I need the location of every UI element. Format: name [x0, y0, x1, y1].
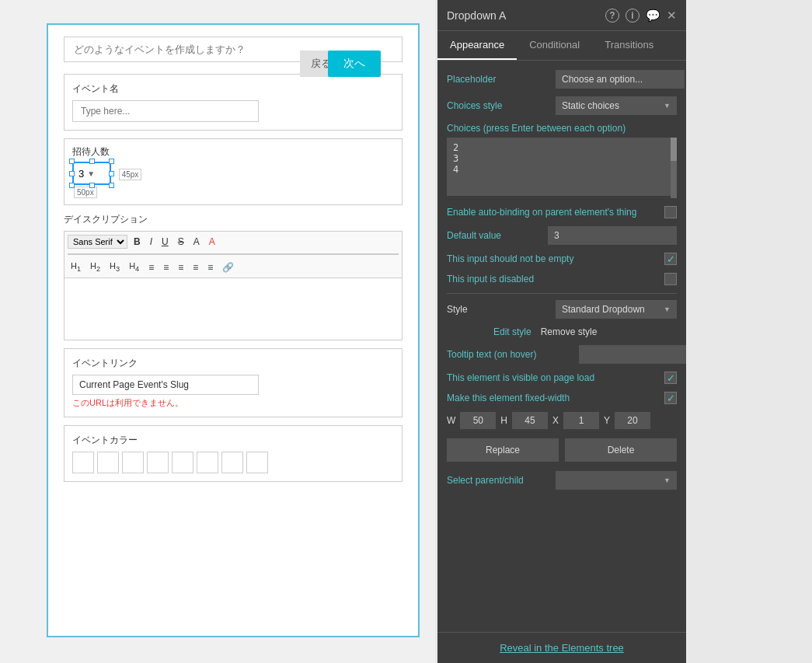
color-swatch-5[interactable]: [172, 452, 193, 473]
bold-btn[interactable]: B: [131, 235, 144, 249]
parent-child-select-wrapper: [556, 471, 677, 490]
style-select[interactable]: Standard Dropdown: [556, 300, 677, 319]
h1-btn[interactable]: H1: [68, 260, 84, 274]
color-swatch-4[interactable]: [147, 452, 169, 473]
default-value-input[interactable]: [548, 226, 677, 245]
panel-tabs: Appearance Conditional Transitions: [437, 31, 686, 61]
invite-section: 招待人数 3 ▼ 45px: [64, 138, 403, 205]
x-input[interactable]: [563, 412, 599, 429]
handle-bl[interactable]: [69, 183, 75, 188]
link-value: Current Page Event's Slug: [72, 375, 259, 395]
color-label: イベントカラー: [72, 434, 394, 447]
tab-appearance[interactable]: Appearance: [437, 31, 517, 60]
color-swatch-8[interactable]: [246, 452, 268, 473]
font-highlight-btn[interactable]: A: [206, 235, 218, 249]
size-h-badge: 45px: [119, 169, 142, 180]
color-swatch-2[interactable]: [97, 452, 119, 473]
y-input[interactable]: [615, 412, 650, 429]
visible-row: This element is visible on page load ✓: [447, 372, 677, 384]
disabled-row: This input is disabled: [447, 273, 677, 285]
tab-transitions[interactable]: Transitions: [592, 31, 666, 60]
style-select-row: Style Standard Dropdown: [447, 300, 677, 319]
size-w-badge: 50px: [74, 187, 97, 198]
reveal-button[interactable]: Reveal in the Elements tree: [437, 632, 686, 663]
color-section: イベントカラー: [64, 425, 403, 482]
next-button[interactable]: 次へ: [328, 51, 381, 77]
unordered-list-btn[interactable]: ≡: [160, 260, 172, 274]
align-center-btn[interactable]: ≡: [190, 260, 201, 274]
ordered-list-btn[interactable]: ≡: [145, 260, 157, 274]
not-empty-label: This input should not be empty: [447, 253, 664, 264]
choices-style-label: Choices style: [447, 100, 556, 111]
handle-br[interactable]: [109, 183, 114, 188]
fixed-width-checkbox[interactable]: ✓: [664, 392, 677, 404]
h4-btn[interactable]: H4: [126, 260, 142, 274]
auto-binding-label: Enable auto-binding on parent element's …: [447, 207, 664, 218]
placeholder-row: Placeholder: [447, 70, 677, 89]
edit-style-link[interactable]: Edit style: [493, 326, 531, 337]
font-color-btn[interactable]: A: [190, 235, 203, 249]
color-swatch-7[interactable]: [221, 452, 243, 473]
replace-button[interactable]: Replace: [447, 438, 559, 462]
fixed-width-label: Make this element fixed-width: [447, 393, 664, 403]
h-input[interactable]: [512, 412, 548, 429]
handle-mr[interactable]: [109, 171, 114, 176]
handle-bc[interactable]: [89, 183, 95, 188]
tooltip-row: Tooltip text (on hover): [447, 345, 677, 364]
not-empty-check-icon: ✓: [667, 253, 675, 265]
dropdown-value: 3: [78, 168, 84, 180]
visible-check-icon: ✓: [667, 372, 675, 384]
editor-toolbar: Sans Serif B I U S A A H1 H2 H3 H4 ≡ ≡ ≡: [64, 231, 403, 278]
auto-binding-checkbox[interactable]: [664, 206, 677, 218]
coords-row: W H X Y: [447, 412, 677, 429]
invite-dropdown[interactable]: 3 ▼: [72, 162, 111, 185]
link-label: イベントリンク: [72, 357, 394, 370]
invite-label: 招待人数: [72, 145, 394, 159]
choices-style-select[interactable]: Static choices: [556, 96, 677, 115]
parent-child-select[interactable]: [556, 471, 677, 490]
choices-textarea-wrapper: 2 3 4: [447, 138, 677, 198]
placeholder-input[interactable]: [556, 70, 685, 89]
align-left-btn[interactable]: ≡: [175, 260, 186, 274]
w-input[interactable]: [460, 412, 496, 429]
handle-ml[interactable]: [69, 171, 75, 176]
handle-tr[interactable]: [109, 159, 114, 164]
editor-content[interactable]: [64, 278, 403, 340]
event-name-input[interactable]: [72, 100, 259, 122]
color-swatch-6[interactable]: [197, 452, 218, 473]
font-family-select[interactable]: Sans Serif: [68, 235, 127, 249]
color-swatch-1[interactable]: [72, 452, 94, 473]
link-btn[interactable]: 🔗: [219, 260, 237, 274]
choices-textarea[interactable]: 2 3 4: [447, 138, 677, 196]
remove-style-link[interactable]: Remove style: [541, 326, 598, 337]
help-icon[interactable]: ?: [605, 9, 619, 23]
handle-tl[interactable]: [69, 159, 75, 164]
color-swatch-3[interactable]: [122, 452, 144, 473]
handle-tc[interactable]: [89, 159, 95, 164]
choices-header: Choices (press Enter between each option…: [447, 123, 677, 134]
h-label: H: [500, 415, 507, 426]
not-empty-checkbox[interactable]: ✓: [664, 253, 677, 265]
url-error: このURLは利用できません。: [72, 397, 394, 409]
parent-child-label: Select parent/child: [447, 475, 556, 486]
tab-conditional[interactable]: Conditional: [517, 31, 592, 60]
underline-btn[interactable]: U: [159, 235, 172, 249]
panel-header-icons: ? i 💬 ✕: [605, 9, 677, 23]
align-right-btn[interactable]: ≡: [204, 260, 216, 274]
style-label: Style: [447, 304, 556, 315]
h3-btn[interactable]: H3: [106, 260, 123, 274]
disabled-checkbox[interactable]: [664, 273, 677, 285]
close-icon[interactable]: ✕: [667, 9, 677, 23]
info-icon[interactable]: i: [626, 9, 639, 23]
choices-scrollbar[interactable]: [671, 138, 677, 198]
italic-btn[interactable]: I: [147, 235, 155, 249]
divider-1: [447, 293, 677, 294]
visible-checkbox[interactable]: ✓: [664, 372, 677, 384]
fixed-width-check-icon: ✓: [667, 393, 675, 404]
chat-icon[interactable]: 💬: [646, 9, 660, 23]
h2-btn[interactable]: H2: [87, 260, 103, 274]
delete-button[interactable]: Delete: [565, 438, 677, 462]
visible-label: This element is visible on page load: [447, 372, 664, 383]
strikethrough-btn[interactable]: S: [175, 235, 187, 249]
tooltip-input[interactable]: [579, 345, 686, 364]
